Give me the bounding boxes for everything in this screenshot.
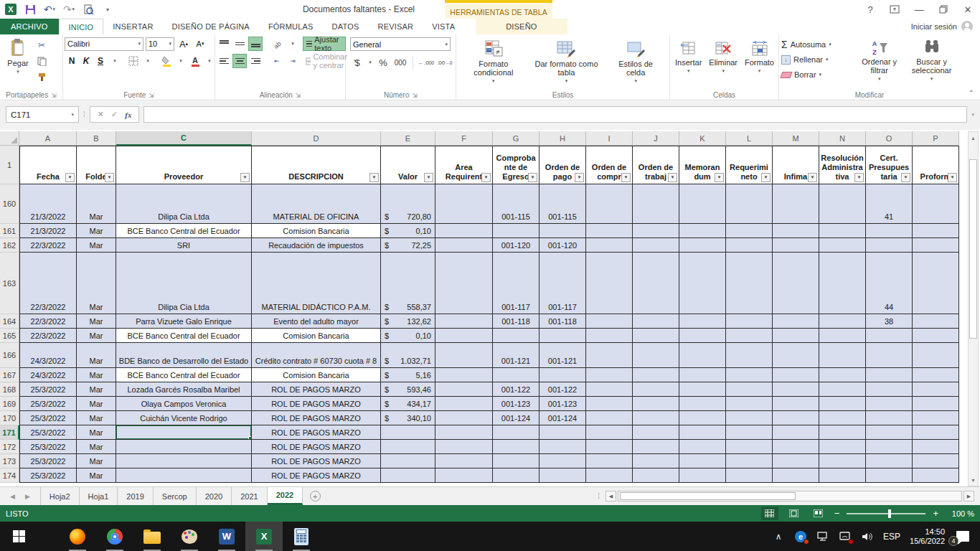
filter-button-P[interactable]: ▼ <box>948 173 957 182</box>
cell-C169[interactable]: Olaya Campos Veronica <box>116 397 252 411</box>
conditional-formatting-button[interactable]: ≠ Formato condicional▾ <box>459 37 528 88</box>
cell-A163[interactable]: 22/3/2022 <box>19 253 77 314</box>
cell-K166[interactable] <box>679 343 726 368</box>
cell-K163[interactable] <box>679 253 726 314</box>
cell-P172[interactable] <box>913 440 959 454</box>
tab-archivo[interactable]: ARCHIVO <box>0 19 59 34</box>
number-dialog-launcher[interactable]: ⇲ <box>413 92 418 99</box>
cell-O163[interactable]: 44 <box>866 253 913 314</box>
cell-A162[interactable]: 22/3/2022 <box>19 238 77 253</box>
filter-button-F[interactable]: ▼ <box>481 173 491 182</box>
column-letter-C[interactable]: C <box>116 131 252 146</box>
sheet-tab-hoja1[interactable]: Hoja1 <box>80 487 118 505</box>
cell-E169[interactable]: $434,17 <box>381 397 435 411</box>
clipboard-dialog-launcher[interactable]: ⇲ <box>51 92 57 99</box>
cell-N168[interactable] <box>819 382 866 397</box>
cell-I164[interactable] <box>586 314 633 329</box>
filter-button-J[interactable]: ▼ <box>668 173 677 182</box>
cell-A172[interactable]: 25/3/2022 <box>19 440 77 454</box>
language-indicator[interactable]: ESP <box>883 532 900 542</box>
cell-M160[interactable] <box>773 184 819 224</box>
display-alert-icon[interactable] <box>839 530 852 543</box>
cell-F160[interactable] <box>435 184 493 224</box>
filter-button-O[interactable]: ▼ <box>901 173 910 182</box>
cell-G169[interactable]: 001-123 <box>493 397 540 411</box>
name-box[interactable]: C171▾ <box>6 106 79 123</box>
align-top-button[interactable] <box>217 37 231 51</box>
formula-input[interactable] <box>143 106 967 123</box>
cell-B160[interactable]: Mar <box>77 184 116 224</box>
filter-button-E[interactable]: ▼ <box>424 173 433 182</box>
cell-E172[interactable] <box>381 440 435 454</box>
header-cell-F[interactable]: Area Requirent▼ <box>435 146 493 184</box>
header-cell-L[interactable]: Requerimi neto▼ <box>726 146 773 184</box>
cell-K160[interactable] <box>679 184 726 224</box>
cell-K164[interactable] <box>679 314 726 329</box>
cell-B168[interactable]: Mar <box>77 382 116 397</box>
fill-color-button[interactable] <box>159 54 174 68</box>
column-letter-D[interactable]: D <box>252 131 381 146</box>
taskbar-paint[interactable] <box>171 522 208 551</box>
cell-H162[interactable]: 001-120 <box>540 238 586 253</box>
cell-J161[interactable] <box>633 224 679 238</box>
cell-E163[interactable]: $558,37 <box>381 253 435 314</box>
cell-L174[interactable] <box>726 468 773 483</box>
select-all-corner[interactable] <box>0 131 19 146</box>
column-letter-H[interactable]: H <box>540 131 586 146</box>
cell-B161[interactable]: Mar <box>77 224 116 238</box>
filter-button-H[interactable]: ▼ <box>575 173 584 182</box>
cell-C166[interactable]: BDE Banco de Desarrollo del Estado <box>116 343 252 368</box>
cell-F174[interactable] <box>435 468 493 483</box>
cell-L170[interactable] <box>726 411 773 425</box>
cell-C163[interactable]: Dilipa Cia Ltda <box>116 253 252 314</box>
zoom-in-button[interactable]: + <box>933 508 938 519</box>
cell-I162[interactable] <box>586 238 633 253</box>
filter-button-B[interactable]: ▼ <box>105 173 114 182</box>
cell-N170[interactable] <box>819 411 866 425</box>
row-number-169[interactable]: 169 <box>0 397 19 411</box>
cell-L164[interactable] <box>726 314 773 329</box>
row-number-163[interactable]: 163 <box>0 253 19 314</box>
borders-button[interactable] <box>126 54 141 68</box>
filter-button-N[interactable]: ▼ <box>854 173 864 182</box>
font-color-caret[interactable]: ▾ <box>202 54 217 68</box>
cell-M167[interactable] <box>773 368 819 382</box>
restore-button[interactable] <box>931 0 956 19</box>
cell-K168[interactable] <box>679 382 726 397</box>
cell-E167[interactable]: $5,16 <box>381 368 435 382</box>
cell-A167[interactable]: 24/3/2022 <box>19 368 77 382</box>
cell-A169[interactable]: 25/3/2022 <box>19 397 77 411</box>
cell-P171[interactable] <box>913 425 959 440</box>
cell-H170[interactable]: 001-124 <box>540 411 586 425</box>
cell-H169[interactable]: 001-123 <box>540 397 586 411</box>
cell-G173[interactable] <box>493 454 540 468</box>
sheet-tab-2022[interactable]: 2022 <box>268 487 303 505</box>
cell-G160[interactable]: 001-115 <box>493 184 540 224</box>
cell-B167[interactable]: Mar <box>77 368 116 382</box>
cell-E174[interactable] <box>381 468 435 483</box>
cell-N173[interactable] <box>819 454 866 468</box>
paste-button[interactable]: Pegar▾ <box>1 37 34 78</box>
tab-insertar[interactable]: INSERTAR <box>103 19 162 34</box>
alignment-dialog-launcher[interactable]: ⇲ <box>296 92 301 99</box>
cell-M163[interactable] <box>773 253 819 314</box>
column-letter-J[interactable]: J <box>633 131 679 146</box>
filter-button-K[interactable]: ▼ <box>715 173 724 182</box>
new-sheet-button[interactable]: + <box>303 487 327 505</box>
namebox-resize-handle[interactable]: ⁞ <box>83 110 85 118</box>
cell-G161[interactable] <box>493 224 540 238</box>
filter-button-G[interactable]: ▼ <box>528 173 537 182</box>
cell-A166[interactable]: 24/3/2022 <box>19 343 77 368</box>
cell-J162[interactable] <box>633 238 679 253</box>
cell-A171[interactable]: 25/3/2022 <box>19 425 77 440</box>
help-button[interactable]: ? <box>858 0 882 19</box>
cell-M171[interactable] <box>773 425 819 440</box>
cell-L171[interactable] <box>726 425 773 440</box>
header-cell-O[interactable]: Cert. Presupues taria▼ <box>866 146 913 184</box>
fill-button[interactable]: ↓Rellenar▾ <box>781 53 854 66</box>
cell-O167[interactable] <box>866 368 913 382</box>
start-button[interactable] <box>0 522 37 551</box>
cell-E173[interactable] <box>381 454 435 468</box>
cell-L160[interactable] <box>726 184 773 224</box>
taskbar-chrome[interactable] <box>96 522 133 551</box>
